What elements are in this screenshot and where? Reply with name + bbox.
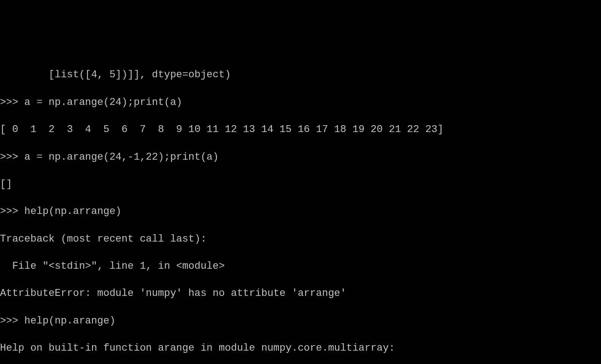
error-line: AttributeError: module 'numpy' has no at… [0, 287, 601, 300]
traceback-line: File "<stdin>", line 1, in <module> [0, 260, 601, 273]
prompt-line: >>> a = np.arange(24);print(a) [0, 96, 601, 110]
traceback-line: Traceback (most recent call last): [0, 232, 601, 246]
terminal-output[interactable]: [list([4, 5])]], dtype=object) >>> a = n… [0, 55, 601, 364]
prompt-line: >>> a = np.arange(24,-1,22);print(a) [0, 150, 601, 164]
prompt-line: >>> help(np.arange) [0, 314, 601, 328]
output-line: [] [0, 178, 601, 191]
help-line: Help on built-in function arange in modu… [0, 341, 601, 355]
output-line: [list([4, 5])]], dtype=object) [0, 68, 601, 82]
prompt-line: >>> help(np.arrange) [0, 205, 601, 219]
output-line: [ 0 1 2 3 4 5 6 7 8 9 10 11 12 13 14 15 … [0, 123, 601, 137]
